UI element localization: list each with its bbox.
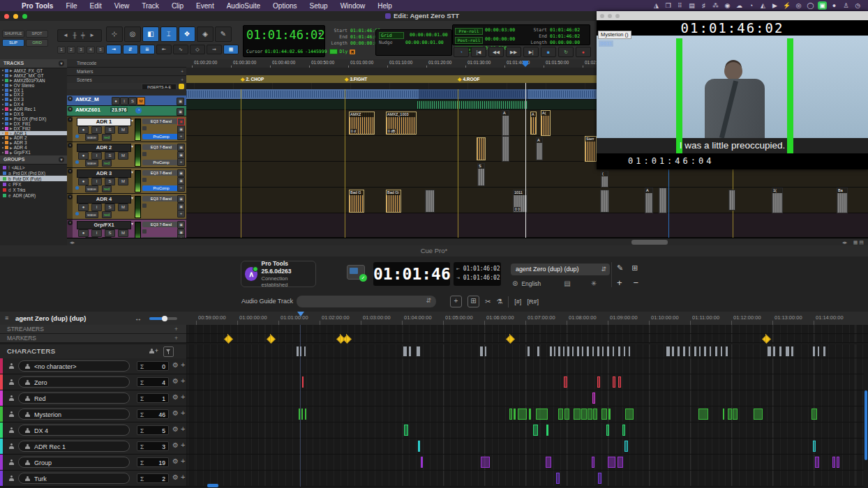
track-list-item[interactable]: ▶DX_Fill2 (0, 126, 67, 131)
groups-menu-icon[interactable]: ▾ (59, 157, 64, 162)
cue-bar[interactable] (832, 457, 835, 468)
cue-bar[interactable] (592, 457, 594, 468)
cue-bar[interactable] (518, 409, 527, 420)
menu-item-help[interactable]: Help (371, 2, 398, 10)
audio-clip[interactable] (728, 190, 735, 211)
track-name[interactable]: Grp/FX1 (77, 221, 131, 229)
track-btn-S[interactable]: S (105, 229, 115, 237)
video-sync-icon[interactable]: ✓ (347, 265, 365, 280)
zoom-preset-5[interactable]: 5 (96, 46, 105, 54)
character-lane-group[interactable] (186, 455, 868, 471)
menu-item-setup[interactable]: Setup (304, 2, 334, 10)
status-icon-6[interactable]: ◉ (723, 1, 732, 10)
automation-dot-icon[interactable] (75, 160, 79, 164)
transport-btn-4[interactable]: ▶| (523, 47, 539, 57)
track-btn-I[interactable]: I (120, 97, 128, 105)
add-insert-button[interactable]: + (177, 210, 185, 218)
track-list-item[interactable]: ▶AMXZ_MX_GT (0, 73, 67, 78)
track-btn-M[interactable]: M (118, 204, 128, 211)
cue-bar[interactable] (733, 409, 738, 420)
character-count-box[interactable]: Σ5 (137, 425, 169, 435)
cue-bar[interactable] (624, 441, 628, 452)
h-scroll-thumb[interactable] (207, 484, 218, 487)
transport-btn-3[interactable]: ▶▶ (506, 47, 521, 57)
renumber-button[interactable]: [R#] (527, 298, 539, 305)
function-6[interactable]: ⇒ (207, 45, 222, 54)
status-icon-17[interactable]: ◷ (853, 1, 862, 10)
add-character-icon[interactable]: + (149, 347, 158, 354)
number-button[interactable]: [#] (514, 298, 521, 305)
status-icon-13[interactable]: ◯ (806, 1, 815, 10)
v-scroll-thumb[interactable] (865, 390, 867, 460)
track-name[interactable]: ADR 3 (77, 169, 131, 178)
character-count-box[interactable]: Σ46 (137, 409, 169, 419)
insert-procomp[interactable]: ProComp (142, 160, 180, 165)
gn-label[interactable]: Grid (379, 32, 404, 39)
track-btn-I[interactable]: I (91, 152, 102, 160)
automation-dot-icon[interactable] (75, 135, 79, 138)
add-insert-button[interactable]: + (177, 158, 185, 166)
character-lane-dx-4[interactable] (186, 422, 868, 439)
tool-4[interactable]: ❖ (179, 26, 195, 42)
cue-bar[interactable] (546, 425, 548, 436)
track-btn-S[interactable]: S (128, 97, 137, 105)
audio-clip[interactable] (502, 136, 509, 162)
track-btn-●[interactable]: ● (78, 204, 89, 211)
v-scrollbar[interactable] (864, 358, 868, 488)
cue-bar[interactable] (421, 457, 423, 468)
audio-clip-ba[interactable]: Ba (837, 188, 848, 213)
audio-clip-a[interactable]: A (502, 110, 509, 136)
cue-bar[interactable] (593, 409, 597, 420)
character-settings-icon[interactable]: ⚙ (172, 473, 179, 481)
scroll-right-arrows[interactable]: ◂▸ (842, 240, 847, 245)
midi-merge-chip[interactable]: M (350, 49, 355, 54)
track-list-item[interactable]: ▶DX 1 (0, 88, 67, 93)
track-list-item[interactable]: ▶ADR 2 (0, 135, 67, 140)
playlist-chip-red[interactable]: red (102, 134, 112, 141)
scene-marker[interactable]: ◆4.ROOF (458, 75, 480, 83)
track-name-caret[interactable]: ▾ (131, 195, 133, 200)
character-lane-mysterion[interactable] (186, 406, 868, 422)
close-button[interactable] (4, 14, 9, 19)
menu-item-file[interactable]: File (59, 2, 83, 10)
track-btn-●[interactable]: ● (78, 152, 89, 160)
track-btn-S[interactable]: S (105, 204, 115, 211)
character-add-icon[interactable]: + (181, 457, 185, 465)
edit-playhead[interactable] (525, 83, 526, 238)
track-name-caret[interactable]: ▾ (131, 221, 133, 226)
track-list-item[interactable]: ▶DX 3 (0, 97, 67, 102)
record-safe-button[interactable]: ▣ (177, 118, 185, 125)
cue-bar[interactable] (564, 376, 567, 388)
cue-bar[interactable] (558, 409, 563, 420)
character-name-field[interactable]: Group (18, 457, 130, 468)
audio-clip[interactable] (600, 190, 609, 213)
cue-bar[interactable] (556, 473, 560, 484)
insert-procomp[interactable]: ProComp (142, 134, 180, 139)
cue-bar[interactable] (546, 457, 551, 468)
pre-row[interactable]: Pre-roll00:00:03:00 (455, 27, 526, 36)
zoom-preset-4[interactable]: 4 (87, 46, 95, 54)
track-btn-S[interactable]: S (105, 178, 115, 185)
playlist-chip-red[interactable]: red (102, 185, 112, 192)
audio-clip-badgi[interactable]: Bad Gi (386, 190, 401, 213)
transport-btn-7[interactable]: ● (576, 47, 591, 57)
insert-eq3-7-band[interactable]: EQ3 7-Band (142, 144, 180, 150)
audio-clip-sierr[interactable]: Sierr (585, 136, 597, 162)
audio-clip-a[interactable]: A (530, 112, 537, 135)
audio-clip-amxz1003[interactable]: AMXZ_10030 dB (386, 112, 417, 135)
tool-1[interactable]: ◎ (124, 26, 141, 42)
character-name-field[interactable]: <no character> (18, 360, 130, 372)
slider-knob[interactable] (162, 316, 167, 321)
add-insert-button[interactable]: + (177, 132, 185, 140)
cue-bar[interactable] (723, 409, 724, 420)
mode-spot[interactable]: SPOT (26, 30, 48, 38)
track-name-caret[interactable]: ▾ (131, 144, 133, 148)
cue-bar[interactable] (837, 457, 839, 468)
status-icon-12[interactable]: ◎ (794, 1, 803, 10)
track-btn-I[interactable]: I (91, 204, 102, 211)
tool-3[interactable]: ⌶ (160, 26, 177, 42)
function-5[interactable]: ◇ (190, 45, 205, 54)
audio-clip-s[interactable]: S (477, 163, 485, 186)
pre-label[interactable]: Pre-roll (455, 28, 483, 35)
character-lane--no-character-[interactable] (186, 358, 868, 374)
